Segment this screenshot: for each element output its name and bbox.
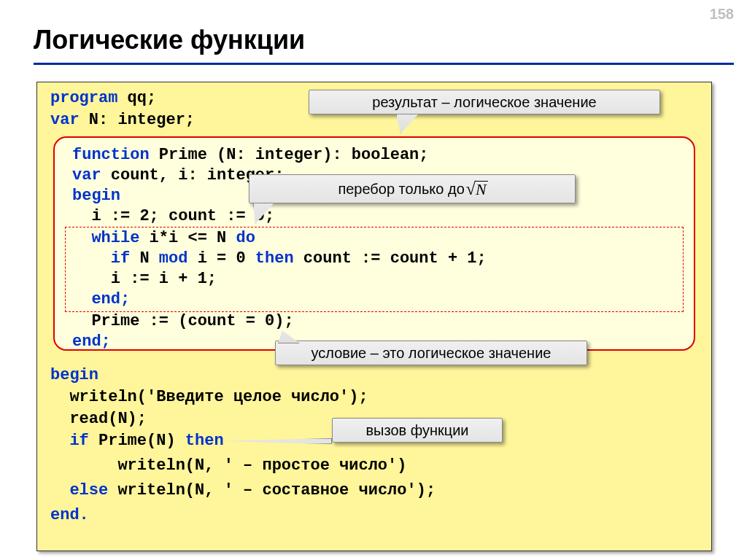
code-line: program qq;: [50, 88, 156, 109]
callout-text: условие – это логическое значение: [311, 343, 551, 363]
code-line: begin: [72, 186, 120, 206]
code-line: function Prime (N: integer): boolean;: [72, 145, 429, 166]
callout-call: вызов функции: [332, 418, 503, 443]
code-line: var N: integer;: [50, 110, 195, 131]
code-line: else writeln(N, ' – составное число');: [50, 481, 436, 501]
code-block: program qq; var N: integer; function Pri…: [36, 82, 712, 551]
callout-tail: [221, 438, 332, 444]
page-title: Логические функции: [34, 25, 305, 55]
callout-text: перебор только до: [338, 179, 464, 199]
title-underline: [34, 63, 734, 65]
code-line: begin: [50, 365, 98, 386]
code-line: Prime := (count = 0);: [72, 311, 294, 332]
callout-result: результат – логическое значение: [309, 90, 660, 114]
callout-condition: условие – это логическое значение: [275, 341, 587, 365]
callout-tail: [396, 114, 418, 133]
page-number: 158: [710, 6, 734, 23]
code-line: end;: [72, 332, 111, 352]
code-line: if Prime(N) then: [50, 431, 224, 451]
sqrt-expr: √N: [465, 179, 487, 200]
code-line: while i*i <= N do: [72, 228, 255, 249]
code-line: i := 2; count := 0;: [72, 206, 274, 227]
code-line: end;: [72, 289, 130, 310]
callout-iterate: перебор только до √N: [249, 174, 576, 203]
code-line: end.: [50, 505, 89, 526]
callout-text: вызов функции: [365, 420, 468, 440]
callout-text: результат – логическое значение: [372, 92, 596, 112]
code-line: if N mod i = 0 then count := count + 1;: [72, 249, 487, 269]
code-line: i := i + 1;: [72, 269, 217, 289]
code-line: writeln(N, ' – простое число'): [50, 456, 406, 476]
code-line: writeln('Введите целое число');: [50, 387, 368, 408]
code-line: read(N);: [50, 409, 147, 429]
